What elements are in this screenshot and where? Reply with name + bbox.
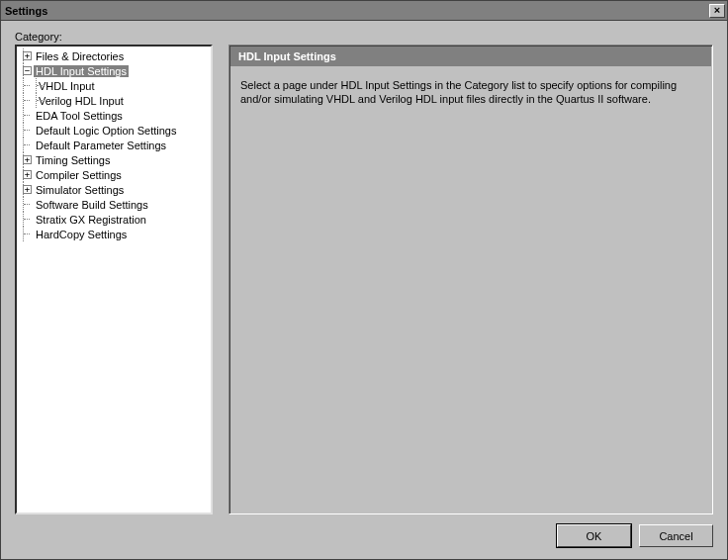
collapse-icon[interactable]: −	[23, 66, 32, 75]
tree-item-stratix-gx[interactable]: Stratix GX Registration	[34, 214, 148, 226]
tree-item-vhdl-input[interactable]: VHDL Input	[37, 80, 96, 92]
close-button[interactable]: ×	[709, 4, 725, 18]
tree-item-hardcopy[interactable]: HardCopy Settings	[34, 229, 129, 240]
dialog-body: Category: + Files & Directories −	[1, 21, 727, 559]
titlebar[interactable]: Settings ×	[1, 1, 727, 21]
tree-item-default-logic-option[interactable]: Default Logic Option Settings	[34, 125, 178, 137]
settings-dialog: Settings × Category: + Files & Directori…	[0, 0, 728, 560]
cancel-button[interactable]: Cancel	[639, 524, 713, 547]
expand-icon[interactable]: +	[23, 185, 32, 194]
tree-item-verilog-hdl-input[interactable]: Verilog HDL Input	[37, 95, 126, 107]
tree-item-default-parameter[interactable]: Default Parameter Settings	[34, 140, 168, 151]
tree-item-compiler-settings[interactable]: Compiler Settings	[34, 169, 124, 181]
content-header: HDL Input Settings	[230, 47, 711, 66]
tree-item-timing-settings[interactable]: Timing Settings	[34, 154, 112, 166]
tree-item-hdl-input-settings[interactable]: HDL Input Settings	[34, 65, 129, 77]
content-description: Select a page under HDL Input Settings i…	[230, 66, 711, 119]
expand-icon[interactable]: +	[23, 155, 32, 164]
category-tree[interactable]: + Files & Directories − HDL Input Settin…	[15, 45, 213, 514]
tree-item-simulator-settings[interactable]: Simulator Settings	[34, 184, 126, 196]
columns: + Files & Directories − HDL Input Settin…	[15, 45, 713, 514]
window-title: Settings	[5, 5, 709, 17]
expand-icon[interactable]: +	[23, 51, 32, 60]
ok-button[interactable]: OK	[557, 524, 631, 547]
content-panel: HDL Input Settings Select a page under H…	[228, 45, 713, 514]
tree-item-software-build[interactable]: Software Build Settings	[34, 199, 150, 211]
category-label: Category:	[15, 31, 713, 43]
tree-item-eda-tool-settings[interactable]: EDA Tool Settings	[34, 110, 125, 122]
tree-item-files-directories[interactable]: Files & Directories	[34, 50, 126, 62]
close-icon: ×	[714, 5, 720, 16]
button-row: OK Cancel	[15, 514, 713, 547]
expand-icon[interactable]: +	[23, 170, 32, 179]
